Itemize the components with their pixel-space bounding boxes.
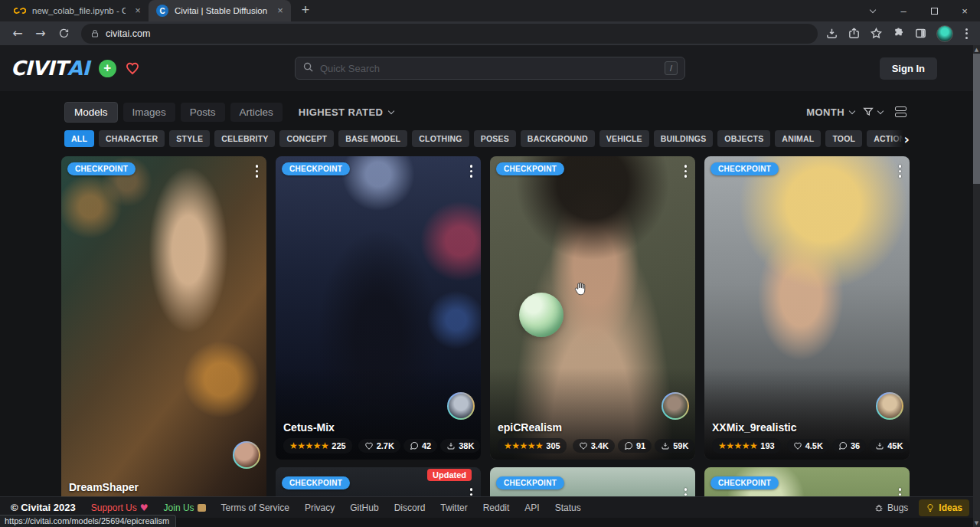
new-tab-button[interactable]: + (296, 1, 315, 21)
footer-link-status[interactable]: Status (555, 502, 581, 513)
model-card-dreamshaper[interactable]: CHECKPOINT DreamShaper (61, 156, 266, 516)
download-icon[interactable] (825, 27, 838, 40)
creator-avatar[interactable] (447, 392, 475, 420)
chip-clothing[interactable]: CLOTHING (412, 130, 469, 147)
downloads-pill[interactable]: 59K (655, 439, 694, 453)
likes-pill[interactable]: 4.5K (787, 439, 829, 453)
browser-menu-icon[interactable] (962, 27, 971, 41)
comments-pill[interactable]: 36 (832, 439, 866, 453)
likes-pill[interactable]: 2.7K (358, 439, 400, 453)
create-plus-button[interactable]: + (99, 60, 116, 77)
tab-models[interactable]: Models (64, 102, 118, 123)
footer-link-github[interactable]: GitHub (350, 502, 378, 513)
back-icon[interactable]: ← (8, 24, 28, 44)
chip-tool[interactable]: TOOL (825, 130, 862, 147)
creator-avatar[interactable] (876, 392, 903, 420)
favorites-heart-button[interactable] (124, 61, 141, 76)
chip-poses[interactable]: POSES (474, 130, 516, 147)
rating-pill[interactable]: ★★★★★ 225 (283, 438, 352, 453)
page-scrollbar[interactable]: ▲ ▼ (973, 45, 980, 527)
chip-background[interactable]: BACKGROUND (521, 130, 595, 147)
chip-concept[interactable]: CONCEPT (279, 130, 334, 147)
tab-images[interactable]: Images (123, 103, 175, 122)
card-info: XXMix_9realistic ★★★★★ 193 4.5K (712, 421, 902, 453)
forward-icon[interactable]: → (31, 24, 51, 44)
downloads-pill[interactable]: 38K (440, 439, 480, 453)
chip-base-model[interactable]: BASE MODEL (338, 130, 407, 147)
scroll-thumb[interactable] (973, 54, 980, 184)
footer-link-privacy[interactable]: Privacy (305, 502, 335, 513)
search-box[interactable]: / (295, 57, 685, 80)
bubble-gum-shape (519, 293, 564, 337)
lock-icon (90, 29, 100, 38)
footer-link-support-us[interactable]: Support Us♥ (91, 502, 149, 513)
creator-avatar[interactable] (233, 441, 260, 469)
chip-objects[interactable]: OBJECTS (717, 130, 770, 147)
tab-articles[interactable]: Articles (230, 103, 283, 122)
rating-pill[interactable]: ★★★★★ 193 (712, 438, 781, 453)
footer-link-api[interactable]: API (524, 502, 539, 513)
tab-search-chevron-icon[interactable] (858, 0, 888, 21)
chip-all[interactable]: ALL (64, 130, 94, 147)
downloads-pill[interactable]: 45K (869, 439, 909, 453)
tab-posts[interactable]: Posts (181, 103, 225, 122)
civitai-logo[interactable]: CIVITAI (11, 57, 90, 80)
chip-style[interactable]: STYLE (169, 130, 210, 147)
minimize-icon[interactable]: – (888, 0, 919, 21)
search-icon (302, 61, 314, 76)
model-card-cetus-mix[interactable]: CHECKPOINT Cetus-Mix ★★★★★ 225 (276, 156, 481, 460)
search-input[interactable] (320, 63, 658, 74)
checkpoint-badge: CHECKPOINT (496, 476, 564, 489)
scroll-up-icon[interactable]: ▲ (975, 45, 978, 54)
extensions-icon[interactable] (892, 27, 905, 40)
comments-pill[interactable]: 42 (403, 439, 437, 453)
scroll-down-icon[interactable]: ▼ (975, 519, 978, 527)
card-stats: ★★★★★ 225 2.7K 42 (283, 438, 473, 453)
card-menu-icon[interactable] (682, 162, 690, 180)
rating-pill[interactable]: ★★★★★ 305 (498, 438, 567, 453)
model-card-epicrealism[interactable]: CHECKPOINT epiCRealism ★★★★★ 305 (490, 156, 695, 460)
footer-link-terms[interactable]: Terms of Service (221, 502, 289, 513)
model-card-xxmix[interactable]: CHECKPOINT XXMix_9realistic ★★★★★ 193 (704, 156, 910, 460)
sort-dropdown[interactable]: HIGHEST RATED (299, 106, 394, 118)
reload-icon[interactable] (54, 24, 74, 44)
address-bar[interactable]: civitai.com (81, 24, 818, 44)
comments-pill[interactable]: 91 (618, 439, 652, 453)
footer-link-discord[interactable]: Discord (394, 502, 426, 513)
chips-scroll-right-icon[interactable]: › (890, 129, 910, 148)
likes-pill[interactable]: 3.4K (573, 439, 615, 453)
browser-tab-civitai[interactable]: C Civitai | Stable Diffusion models × (149, 0, 291, 21)
share-icon[interactable] (848, 27, 861, 40)
period-dropdown[interactable]: MONTH (806, 106, 854, 118)
layout-toggle-icon[interactable] (895, 106, 906, 117)
tab-close-icon[interactable]: × (274, 5, 286, 17)
bookmark-star-icon[interactable] (870, 27, 883, 40)
profile-avatar[interactable] (936, 25, 953, 42)
close-icon[interactable]: × (949, 0, 980, 21)
chip-vehicle[interactable]: VEHICLE (599, 130, 649, 147)
chip-character[interactable]: CHARACTER (99, 130, 165, 147)
chip-buildings[interactable]: BUILDINGS (654, 130, 714, 147)
site-header: CIVITAI + / Sign In (0, 45, 980, 91)
maximize-icon[interactable] (919, 0, 949, 21)
card-menu-icon[interactable] (253, 162, 261, 180)
side-panel-icon[interactable] (914, 27, 927, 40)
bugs-button[interactable]: Bugs (874, 502, 908, 513)
browser-tab-colab[interactable]: new_colab_file.ipynb - Colaborat × (6, 0, 149, 21)
card-menu-icon[interactable] (468, 162, 475, 180)
footer-link-join-us[interactable]: Join Us (164, 502, 206, 513)
join-emoji-icon (198, 504, 206, 512)
footer-link-reddit[interactable]: Reddit (483, 502, 510, 513)
ideas-button[interactable]: Ideas (919, 499, 969, 516)
address-url[interactable]: civitai.com (106, 28, 150, 39)
creator-avatar[interactable] (662, 392, 689, 420)
footer-link-twitter[interactable]: Twitter (440, 502, 467, 513)
chip-animal[interactable]: ANIMAL (775, 130, 821, 147)
filter-funnel-icon[interactable] (862, 106, 883, 118)
downloads-count: 59K (673, 441, 688, 450)
card-info: epiCRealism ★★★★★ 305 3.4K (498, 421, 688, 453)
chip-celebrity[interactable]: CELEBRITY (214, 130, 275, 147)
sign-in-button[interactable]: Sign In (880, 57, 937, 80)
tab-close-icon[interactable]: × (132, 5, 144, 17)
card-menu-icon[interactable] (897, 162, 904, 180)
